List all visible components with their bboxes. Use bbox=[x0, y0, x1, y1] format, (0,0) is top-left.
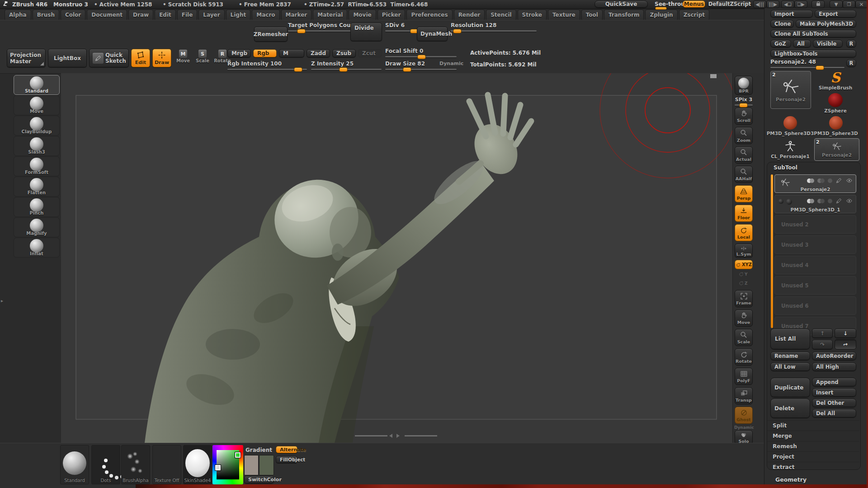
del-other-button[interactable]: Del Other bbox=[812, 399, 856, 407]
tool-r-button[interactable]: R bbox=[846, 59, 856, 67]
subtool-section[interactable]: Extract bbox=[767, 462, 859, 472]
menu-item[interactable]: Transform bbox=[604, 9, 644, 21]
transp-button[interactable]: Transp bbox=[735, 387, 753, 404]
divide-button[interactable]: Divide bbox=[350, 23, 382, 41]
rgb-button[interactable]: Rgb bbox=[253, 49, 277, 57]
actual-button[interactable]: Actual bbox=[735, 146, 753, 164]
pm3d-sphere3d-thumbnail[interactable]: PM3D_Sphere3D bbox=[813, 115, 859, 137]
zcut-button[interactable]: Zcut bbox=[358, 49, 382, 57]
simplebrush-thumbnail[interactable]: S SimpleBrush bbox=[812, 70, 859, 92]
default-zscript-button[interactable]: DefaultZScript bbox=[708, 0, 751, 8]
make-polymesh3d-button[interactable]: Make PolyMesh3D bbox=[796, 20, 856, 28]
insert-button[interactable]: Insert bbox=[812, 388, 856, 397]
menu-item[interactable]: Alpha bbox=[5, 9, 31, 21]
subtool-header[interactable]: SubTool bbox=[774, 164, 797, 171]
autoreorder-button[interactable]: AutoReorder bbox=[812, 352, 856, 360]
dynamesh-button[interactable]: DynaMesh bbox=[417, 27, 448, 41]
personaje2-small-thumbnail[interactable]: 2 Personaje2 bbox=[814, 138, 859, 161]
brush-tray-item[interactable]: Slash3 bbox=[14, 136, 60, 156]
brush-tray-item[interactable]: Magnify bbox=[14, 217, 60, 237]
goz-visible-button[interactable]: Visible bbox=[813, 40, 843, 47]
canvas-scrollbar[interactable] bbox=[355, 434, 437, 438]
subtool-section[interactable]: Project bbox=[767, 451, 859, 462]
menu-item[interactable]: Render bbox=[454, 9, 485, 21]
subtool-item-active[interactable]: Personaje2 bbox=[774, 174, 856, 193]
menus-toggle-button[interactable]: Menus bbox=[683, 0, 705, 8]
rotate-doc-button[interactable]: Rotate bbox=[735, 348, 753, 366]
spix-slider[interactable]: SPix 3 bbox=[735, 97, 753, 106]
scroll-left-icon[interactable]: ◀||| bbox=[753, 0, 766, 8]
menu-item[interactable]: Macro bbox=[252, 9, 279, 21]
polyf-button[interactable]: PolyF bbox=[735, 368, 753, 385]
goz-button[interactable]: GoZ bbox=[770, 40, 791, 47]
subtool-item[interactable]: PM3D_Sphere3D_1 bbox=[774, 195, 856, 213]
canvas-resize-handle[interactable] bbox=[710, 74, 717, 78]
bpr-button[interactable]: BPR bbox=[735, 76, 753, 95]
stroke-tile[interactable]: Dots bbox=[91, 445, 120, 484]
dynamic-label[interactable]: Dynamic bbox=[439, 61, 463, 66]
subtool-up-button[interactable]: ↑ bbox=[812, 328, 833, 338]
edit-mode-button[interactable]: Edit bbox=[131, 49, 150, 67]
aahalf-button[interactable]: AAHalf bbox=[735, 166, 753, 183]
zadd-button[interactable]: Zadd bbox=[307, 49, 330, 57]
ghost-button[interactable]: Ghost bbox=[735, 407, 753, 424]
draw-mode-button[interactable]: Draw bbox=[152, 49, 171, 67]
shade-toggle-icon[interactable] bbox=[828, 199, 832, 203]
menu-item[interactable]: Preferences bbox=[406, 9, 452, 21]
sv-handle-icon[interactable] bbox=[235, 452, 241, 458]
brush-tray-item[interactable]: ClayBuildup bbox=[14, 116, 60, 136]
material-tile[interactable]: SkinShade4 bbox=[183, 445, 212, 484]
zsub-button[interactable]: Zsub bbox=[332, 49, 356, 57]
rename-button[interactable]: Rename bbox=[770, 352, 810, 360]
layer-toggle-icon[interactable] bbox=[817, 178, 825, 183]
lightbox-button[interactable]: LightBox bbox=[48, 49, 87, 67]
slider-handle[interactable] bbox=[417, 55, 426, 59]
resolution-slider[interactable]: Resolution 128 bbox=[451, 22, 537, 32]
slider-handle[interactable] bbox=[297, 29, 306, 33]
paint-brush-icon[interactable] bbox=[835, 197, 842, 204]
cl-personaje1-thumbnail[interactable]: CL_Personaje1 bbox=[768, 139, 812, 160]
subtool-slot-unused[interactable]: Unused 6 bbox=[774, 296, 856, 315]
geometry-header[interactable]: Geometry bbox=[775, 476, 807, 483]
target-polygons-slider[interactable]: Target Polygons Count 5 bbox=[288, 22, 352, 32]
switchcolor-button[interactable]: SwitchColor bbox=[244, 476, 274, 483]
close-icon[interactable]: ✕ bbox=[855, 0, 868, 8]
menu-item[interactable]: Light bbox=[226, 9, 251, 21]
goz-r-button[interactable]: R bbox=[846, 40, 856, 47]
scale-doc-button[interactable]: Scale bbox=[735, 329, 753, 346]
persp-button[interactable]: Persp bbox=[735, 185, 753, 202]
move-mode-button[interactable]: M Move bbox=[175, 50, 192, 63]
current-brush-tile[interactable]: Standard bbox=[60, 445, 89, 484]
m-button[interactable]: M bbox=[279, 49, 304, 57]
scale-mode-button[interactable]: S Scale bbox=[194, 50, 211, 63]
menu-item[interactable]: Edit bbox=[155, 9, 176, 21]
menu-item[interactable]: File bbox=[177, 9, 198, 21]
all-low-button[interactable]: All Low bbox=[770, 362, 810, 371]
paint-brush-icon[interactable] bbox=[835, 177, 842, 184]
quick-sketch-button[interactable]: Quick Sketch bbox=[89, 49, 129, 67]
local-button[interactable]: Local bbox=[735, 224, 753, 241]
quicksave-button[interactable]: QuickSave bbox=[594, 0, 648, 8]
shade-toggle-icon[interactable] bbox=[828, 178, 832, 183]
rgb-intensity-slider[interactable]: Rgb Intensity 100 bbox=[227, 61, 307, 70]
subtool-section[interactable]: Remesh bbox=[767, 441, 859, 451]
slider-handle[interactable] bbox=[739, 103, 748, 108]
visibility-eye-icon[interactable] bbox=[845, 177, 853, 184]
lightbox-tools-button[interactable]: Lightbox▸Tools bbox=[770, 50, 856, 57]
goz-all-button[interactable]: All bbox=[793, 40, 811, 47]
sdiv-slider[interactable]: SDiv 6 bbox=[385, 22, 416, 32]
scroll-button[interactable]: Scroll bbox=[735, 108, 753, 125]
slider-handle[interactable] bbox=[816, 66, 824, 70]
delete-button[interactable]: Delete bbox=[770, 399, 810, 418]
frame-button[interactable]: Frame bbox=[735, 290, 753, 307]
subtool-down-button[interactable]: ↓ bbox=[835, 328, 856, 338]
scroll-right-icon[interactable]: |||▶ bbox=[766, 0, 779, 8]
brush-tray-item[interactable]: Pinch bbox=[14, 197, 60, 217]
gradient-label[interactable]: Gradient bbox=[245, 447, 272, 453]
alternate-button[interactable]: Alternate bbox=[276, 446, 297, 453]
menu-item[interactable]: Color bbox=[61, 9, 85, 21]
menu-item[interactable]: Draw bbox=[128, 9, 153, 21]
slider-handle[interactable] bbox=[294, 67, 302, 72]
list-all-button[interactable]: List All bbox=[770, 328, 810, 349]
slider-handle[interactable] bbox=[453, 29, 462, 33]
